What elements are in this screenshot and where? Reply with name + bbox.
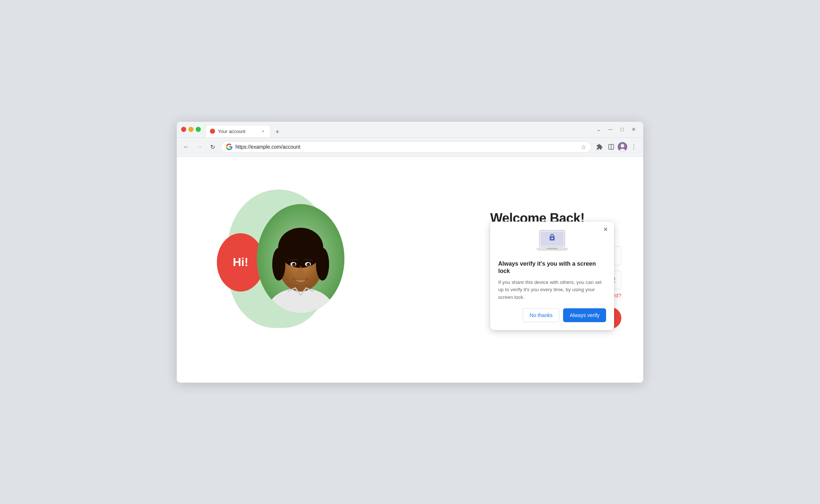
address-bar: ← → ↻ https://example.com/account ☆ [177, 138, 643, 157]
reload-button[interactable]: ↻ [207, 142, 218, 152]
url-bar[interactable]: https://example.com/account ☆ [220, 141, 591, 153]
win-minimize-btn[interactable] [188, 127, 194, 132]
no-thanks-button[interactable]: No thanks [523, 308, 559, 322]
svg-point-3 [621, 144, 624, 148]
hi-label: Hi! [233, 255, 249, 269]
svg-point-16 [293, 263, 295, 265]
extensions-icon[interactable] [594, 142, 605, 152]
win-maximize-btn[interactable] [196, 127, 201, 132]
person-photo [257, 204, 344, 313]
forward-button[interactable]: → [194, 142, 204, 152]
popup-actions: No thanks Always verify [498, 308, 606, 322]
toolbar-icons: ⋮ [594, 142, 639, 152]
title-bar-controls: ⌄ ─ □ ✕ [594, 124, 639, 134]
laptop-lock-icon [536, 229, 569, 255]
url-text: https://example.com/account [235, 144, 578, 150]
profile-avatar[interactable] [618, 142, 627, 152]
tab-bar: Your account × + [205, 122, 591, 137]
split-icon[interactable] [606, 142, 616, 152]
right-section: Welcome Back! Please enter your details … [476, 211, 621, 329]
window-controls [181, 127, 201, 132]
dropdown-button[interactable]: ⌄ [594, 124, 604, 134]
svg-rect-21 [547, 248, 558, 249]
popup-icon-wrap [498, 229, 606, 255]
new-tab-button[interactable]: + [272, 127, 282, 137]
always-verify-button[interactable]: Always verify [563, 308, 606, 322]
popup-close-button[interactable]: ✕ [601, 225, 610, 234]
popup-overlay: ✕ [490, 222, 614, 330]
title-bar: Your account × + ⌄ ─ □ ✕ [177, 122, 643, 138]
bookmark-icon[interactable]: ☆ [581, 144, 586, 151]
minimize-button[interactable]: ─ [605, 124, 616, 134]
browser-window: Your account × + ⌄ ─ □ ✕ ← → ↻ https://e… [177, 122, 643, 383]
menu-icon[interactable]: ⋮ [629, 142, 639, 152]
svg-point-17 [308, 263, 309, 265]
close-window-button[interactable]: ✕ [629, 124, 639, 134]
active-tab[interactable]: Your account × [205, 125, 271, 137]
svg-point-23 [551, 238, 553, 239]
google-logo [226, 144, 233, 150]
page-content: Hi! [177, 157, 643, 383]
svg-point-10 [272, 248, 285, 281]
tab-close-button[interactable]: × [260, 128, 266, 134]
svg-point-11 [316, 248, 329, 281]
popup-description: If you share this device with others, yo… [498, 279, 606, 301]
left-section: Hi! [199, 182, 476, 357]
tab-title: Your account [218, 129, 257, 134]
win-close-btn[interactable] [181, 127, 186, 132]
popup-title: Always verify it's you with a screen loc… [498, 260, 606, 276]
back-button[interactable]: ← [181, 142, 191, 152]
restore-button[interactable]: □ [617, 124, 627, 134]
tab-favicon [210, 129, 215, 134]
screen-lock-popup: ✕ [490, 222, 614, 330]
